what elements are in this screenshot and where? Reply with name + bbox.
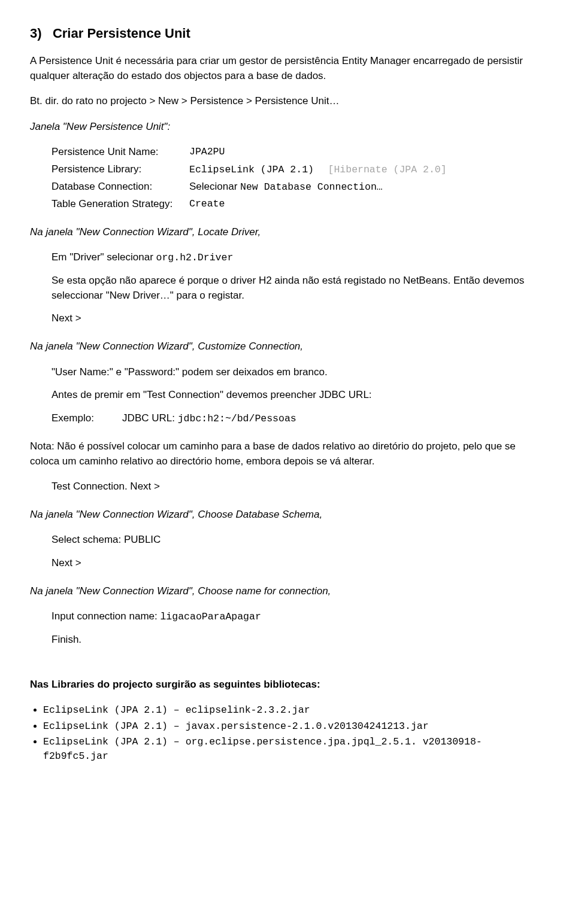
row-db-connection: Database Connection: Selecionar New Data… — [52, 180, 545, 194]
value-db: New Database Connection… — [240, 181, 383, 193]
example-label: Exemplo: — [52, 412, 94, 424]
libraries-title: Nas Libraries do projecto surgirão as se… — [30, 677, 545, 692]
locate-driver-text: Em "Driver" selecionar — [52, 251, 156, 263]
list-item: EclipseLink (JPA 2.1) – javax.persistenc… — [43, 719, 545, 734]
list-item: EclipseLink (JPA 2.1) – eclipselink-2.3.… — [43, 703, 545, 718]
section-number: 3) — [30, 26, 42, 41]
window-title-name: Na janela "New Connection Wizard", Choos… — [30, 584, 545, 599]
row-table-gen: Table Generation Strategy: Create — [52, 197, 545, 212]
schema-next: Next > — [52, 556, 545, 571]
nav-breadcrumb: Bt. dir. do rato no projecto > New > Per… — [30, 94, 545, 109]
locate-note: Se esta opção não aparece é porque o dri… — [52, 273, 545, 303]
conn-name-line: Input connection name: ligacaoParaApagar — [52, 609, 545, 624]
value-pu-name: JPA2PU — [189, 145, 545, 160]
row-persistence-unit-name: Persistence Unit Name: JPA2PU — [52, 145, 545, 160]
schema-line: Select schema: PUBLIC — [52, 533, 545, 548]
finish-line: Finish. — [52, 633, 545, 648]
customize-line2: Antes de premir em "Test Connection" dev… — [52, 388, 545, 403]
row-persistence-library: Persistence Library: EclipseLink (JPA 2.… — [52, 162, 545, 177]
conn-name-prefix: Input connection name: — [52, 610, 160, 622]
example-value: jdbc:h2:~/bd/Pessoas — [178, 413, 296, 424]
window-title-locate: Na janela "New Connection Wizard", Locat… — [30, 225, 545, 240]
example-prefix: JDBC URL: — [122, 412, 178, 424]
window-title-schema: Na janela "New Connection Wizard", Choos… — [30, 507, 545, 522]
section-title: Criar Persistence Unit — [53, 26, 190, 41]
nota-paragraph: Nota: Não é possível colocar um caminho … — [30, 439, 545, 469]
value-db-prefix: Selecionar — [189, 181, 240, 192]
libraries-list: EclipseLink (JPA 2.1) – eclipselink-2.3.… — [30, 703, 545, 764]
window-title-customize: Na janela "New Connection Wizard", Custo… — [30, 339, 545, 354]
value-tgs: Create — [189, 197, 545, 212]
value-library-wrap: EclipseLink (JPA 2.1) [Hibernate (JPA 2.… — [189, 162, 545, 177]
conn-name-value: ligacaoParaApagar — [160, 611, 261, 622]
label-pu-name: Persistence Unit Name: — [52, 145, 189, 160]
intro-paragraph: A Persistence Unit é necessária para cri… — [30, 54, 545, 83]
label-tgs: Table Generation Strategy: — [52, 197, 189, 212]
value-db-wrap: Selecionar New Database Connection… — [189, 180, 545, 194]
value-library-note: [Hibernate (JPA 2.0] — [328, 164, 447, 175]
list-item: EclipseLink (JPA 2.1) – org.eclipse.pers… — [43, 735, 545, 764]
locate-driver-value: org.h2.Driver — [156, 252, 234, 263]
locate-next: Next > — [52, 311, 545, 326]
locate-driver-line: Em "Driver" selecionar org.h2.Driver — [52, 250, 545, 265]
test-next: Test Connection. Next > — [52, 479, 545, 494]
section-heading: 3) Criar Persistence Unit — [30, 24, 545, 43]
label-db: Database Connection: — [52, 180, 189, 194]
window-title-1: Janela "New Persistence Unit": — [30, 120, 545, 135]
customize-example: Exemplo: JDBC URL: jdbc:h2:~/bd/Pessoas — [52, 411, 545, 426]
value-library: EclipseLink (JPA 2.1) — [189, 164, 314, 175]
label-library: Persistence Library: — [52, 162, 189, 177]
customize-line1: "User Name:" e "Password:" podem ser dei… — [52, 365, 545, 380]
